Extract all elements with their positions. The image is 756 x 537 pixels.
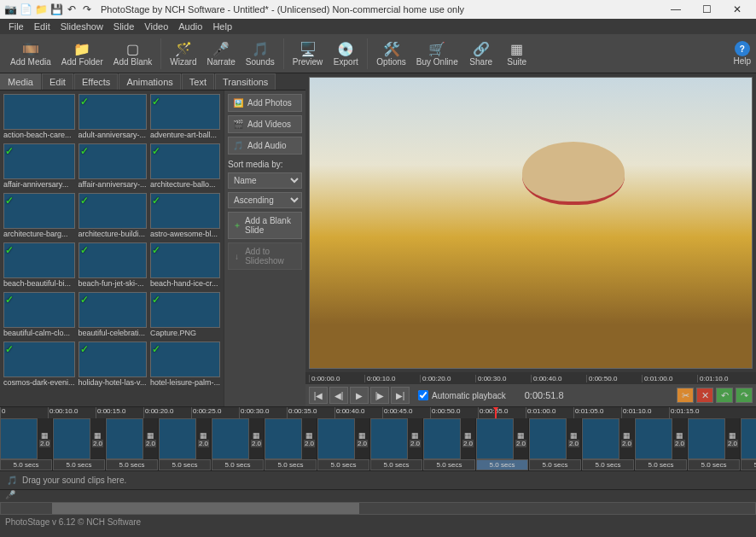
transition[interactable]: ▦2.0: [461, 418, 475, 459]
split-button[interactable]: ✂: [677, 388, 694, 403]
menu-slideshow[interactable]: Slideshow: [55, 20, 108, 33]
clip-duration[interactable]: 5.0 secs: [688, 459, 740, 470]
menu-slide[interactable]: Slide: [108, 20, 139, 33]
media-thumb[interactable]: ✓hotel-leisure-palm-...: [150, 341, 220, 388]
sort-order-select[interactable]: Ascending: [228, 192, 302, 208]
menu-edit[interactable]: Edit: [29, 20, 55, 33]
add-blank-button[interactable]: ▢Add Blank: [108, 38, 158, 68]
transition[interactable]: ▦2.0: [143, 418, 158, 459]
timeline-clip[interactable]: ▦2.05.0 secs: [0, 418, 53, 470]
add-folder-button[interactable]: 📁Add Folder: [56, 38, 108, 68]
preview-button[interactable]: 🖥️Preview: [288, 38, 329, 68]
save-icon[interactable]: 💾: [49, 3, 63, 16]
open-icon[interactable]: 📁: [34, 3, 48, 16]
timeline-track[interactable]: ▦2.05.0 secs▦2.05.0 secs▦2.05.0 secs▦2.0…: [0, 418, 756, 471]
transition[interactable]: ▦2.0: [196, 418, 211, 459]
timeline-ruler[interactable]: 00:00:10.00:00:15.00:00:20.00:00:25.00:0…: [0, 406, 756, 418]
transition[interactable]: ▦2.0: [302, 418, 317, 459]
tab-edit[interactable]: Edit: [42, 73, 73, 90]
sounds-button[interactable]: 🎵Sounds: [241, 38, 280, 68]
timeline-clip[interactable]: ▦2.05.0 secs: [423, 418, 476, 470]
tab-text[interactable]: Text: [182, 73, 214, 90]
timeline-clip[interactable]: ▦2.05.0 secs: [370, 418, 423, 470]
media-thumb[interactable]: ✓beach-hand-ice-cr...: [150, 242, 220, 289]
transition[interactable]: ▦2.0: [408, 418, 422, 459]
clip-duration[interactable]: 5.0 secs: [529, 459, 581, 470]
new-icon[interactable]: 📄: [19, 3, 32, 16]
tab-media[interactable]: Media: [0, 73, 41, 90]
media-thumb[interactable]: action-beach-care...: [3, 94, 75, 140]
media-thumb[interactable]: ✓beautiful-celebrati...: [79, 292, 147, 338]
timeline-clip[interactable]: ▦2.05.0 secs: [53, 418, 106, 470]
options-button[interactable]: 🛠️Options: [371, 38, 410, 68]
media-thumb[interactable]: ✓Capture.PNG: [150, 292, 220, 338]
media-thumb[interactable]: ✓affair-anniversary...: [3, 143, 75, 190]
share-button[interactable]: 🔗Share: [463, 38, 499, 68]
clip-duration[interactable]: 5.0 secs: [476, 459, 528, 470]
clip-duration[interactable]: 5.0 secs: [582, 459, 634, 470]
transition[interactable]: ▦2.0: [725, 418, 740, 459]
timeline-clip[interactable]: ▦2.05.0 secs: [106, 418, 159, 470]
media-thumb[interactable]: ✓architecture-ballo...: [150, 143, 220, 190]
redo-button[interactable]: ↷: [736, 388, 753, 403]
narrate-button[interactable]: 🎤Narrate: [201, 38, 240, 68]
timeline-clip[interactable]: ▦2.05.0 secs: [635, 418, 688, 470]
media-thumb[interactable]: ✓cosmos-dark-eveni...: [3, 341, 75, 388]
media-thumb[interactable]: ✓holiday-hotel-las-v...: [79, 341, 147, 388]
transition[interactable]: ▦2.0: [567, 418, 581, 459]
clip-duration[interactable]: 5.0 secs: [212, 459, 264, 470]
media-thumb[interactable]: ✓adult-anniversary-...: [79, 94, 147, 140]
clip-duration[interactable]: 5.0 secs: [53, 459, 105, 470]
media-thumb[interactable]: ✓adventure-art-ball...: [150, 94, 220, 140]
menu-help[interactable]: Help: [207, 20, 237, 33]
timeline-clip[interactable]: ▦2.05.0 secs: [476, 418, 529, 470]
transition[interactable]: ▦2.0: [249, 418, 264, 459]
media-thumb[interactable]: ✓beach-beautiful-bi...: [3, 242, 75, 289]
menu-video[interactable]: Video: [139, 20, 173, 33]
tab-animations[interactable]: Animations: [119, 73, 180, 90]
media-thumb[interactable]: ✓astro-awesome-bl...: [150, 193, 220, 239]
auto-playback-checkbox[interactable]: Automatic playback: [418, 390, 506, 400]
audio-track[interactable]: 🎵 Drag your sound clips here.: [0, 471, 756, 490]
media-thumb[interactable]: ✓architecture-barg...: [3, 193, 75, 239]
transition[interactable]: ▦2.0: [355, 418, 369, 459]
add-blank-slide-button[interactable]: ＋Add a Blank Slide: [228, 212, 302, 239]
add-audio-button[interactable]: 🎵Add Audio: [228, 137, 302, 155]
clip-duration[interactable]: 5.0 secs: [0, 459, 52, 470]
maximize-button[interactable]: ☐: [691, 0, 722, 19]
clip-duration[interactable]: 5.0 secs: [635, 459, 687, 470]
preview-ruler[interactable]: 0:00:00.00:00:10.00:00:20.00:00:30.00:00…: [305, 372, 756, 384]
prev-button[interactable]: ◀|: [329, 387, 348, 404]
close-button[interactable]: ✕: [722, 0, 753, 19]
clip-duration[interactable]: 5.0 secs: [265, 459, 317, 470]
timeline-clip[interactable]: ▦2.05.0 secs: [688, 418, 741, 470]
timeline-clip[interactable]: ▦2.05.0 secs: [317, 418, 370, 470]
clip-duration[interactable]: 5.0 secs: [423, 459, 475, 470]
timeline-scrollbar[interactable]: [0, 502, 756, 515]
timeline-clip[interactable]: ▦2.05.0 secs: [582, 418, 635, 470]
timeline-clip[interactable]: ▦2.05.0 secs: [212, 418, 265, 470]
media-thumb[interactable]: ✓affair-anniversary-...: [79, 143, 147, 190]
narration-track[interactable]: 🎤: [0, 490, 756, 502]
play-button[interactable]: ▶: [350, 387, 369, 404]
help-button[interactable]: ?Help: [733, 41, 751, 66]
undo-icon[interactable]: ↶: [65, 3, 79, 16]
menu-file[interactable]: File: [3, 20, 29, 33]
delete-button[interactable]: ✕: [696, 388, 713, 403]
sort-field-select[interactable]: Name: [228, 172, 302, 189]
next-button[interactable]: |▶: [370, 387, 389, 404]
suite-button[interactable]: ▦Suite: [499, 38, 535, 68]
clip-duration[interactable]: 5.0 secs: [370, 459, 422, 470]
goto-end-button[interactable]: ▶|: [391, 387, 410, 404]
clip-duration[interactable]: 5.0 secs: [741, 459, 756, 470]
goto-start-button[interactable]: |◀: [309, 387, 328, 404]
clip-duration[interactable]: 5.0 secs: [159, 459, 211, 470]
redo-icon[interactable]: ↷: [80, 3, 94, 16]
timeline-clip[interactable]: ▦2.05.0 secs: [741, 418, 756, 470]
playhead[interactable]: [495, 407, 497, 418]
buy-online-button[interactable]: 🛒Buy Online: [411, 38, 463, 68]
clip-duration[interactable]: 5.0 secs: [106, 459, 158, 470]
timeline-clip[interactable]: ▦2.05.0 secs: [159, 418, 212, 470]
add-media-button[interactable]: 🎞️Add Media: [5, 38, 56, 68]
add-videos-button[interactable]: 🎬Add Videos: [228, 115, 302, 133]
